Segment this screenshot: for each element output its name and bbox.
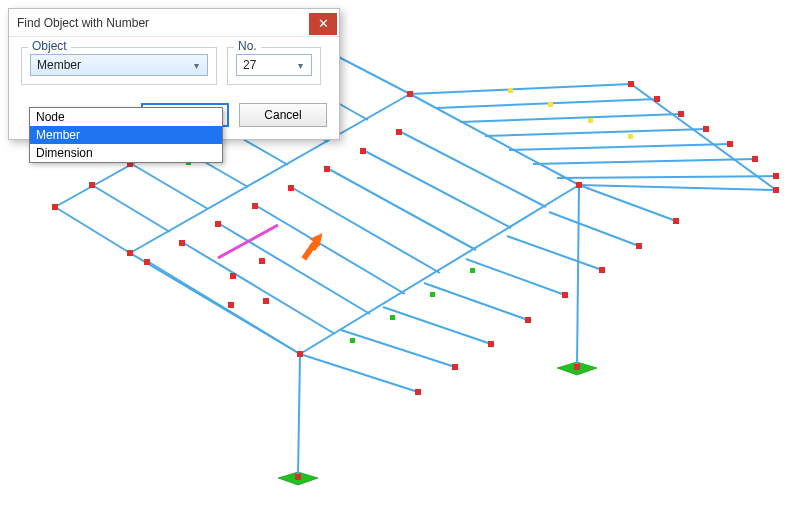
svg-rect-93 [228,302,234,308]
svg-line-9 [92,185,170,232]
svg-rect-67 [773,173,779,179]
svg-rect-94 [263,298,269,304]
svg-rect-49 [350,338,355,343]
svg-marker-95 [302,242,317,261]
svg-rect-66 [752,156,758,162]
number-combo[interactable]: 27 ▾ [236,54,312,76]
svg-line-21 [533,159,755,164]
close-icon: ✕ [318,17,329,30]
svg-rect-81 [562,292,568,298]
svg-rect-65 [727,141,733,147]
object-option-node[interactable]: Node [30,108,222,126]
svg-line-6 [410,94,579,185]
svg-line-32 [363,150,511,228]
highlight-arrow-icon [300,233,330,263]
svg-rect-74 [324,166,330,172]
svg-rect-61 [628,81,634,87]
object-option-dimension[interactable]: Dimension [30,144,222,162]
svg-rect-53 [52,204,58,210]
svg-line-16 [410,84,631,94]
svg-rect-68 [773,187,779,193]
object-combo-value: Member [37,58,189,72]
svg-rect-92 [230,273,236,279]
svg-rect-48 [628,134,633,139]
svg-rect-83 [636,243,642,249]
close-button[interactable]: ✕ [309,13,337,35]
svg-line-8 [55,207,130,253]
svg-marker-96 [310,233,323,247]
svg-line-36 [341,330,455,367]
svg-rect-75 [360,148,366,154]
svg-line-19 [485,129,706,136]
svg-rect-91 [259,258,265,264]
svg-line-23 [579,185,776,190]
svg-rect-72 [252,203,258,209]
chevron-down-icon: ▾ [189,60,203,71]
svg-line-17 [436,99,657,108]
svg-line-37 [383,307,491,344]
svg-line-18 [460,114,681,122]
svg-line-3 [577,185,579,367]
svg-rect-82 [599,267,605,273]
svg-line-22 [557,176,779,178]
object-group: Object Member ▾ [21,47,217,85]
svg-rect-97 [309,240,320,251]
svg-marker-0 [278,472,318,485]
svg-line-20 [509,144,730,150]
chevron-down-icon: ▾ [293,60,307,71]
number-group: No. 27 ▾ [227,47,321,85]
svg-rect-78 [452,364,458,370]
find-object-dialog: Find Object with Number ✕ Object Member … [8,8,340,140]
svg-line-26 [147,261,300,354]
svg-marker-1 [557,362,597,375]
svg-rect-90 [574,364,580,370]
svg-line-38 [424,283,528,320]
svg-rect-86 [407,91,413,97]
svg-line-30 [291,187,440,273]
dialog-titlebar[interactable]: Find Object with Number ✕ [9,9,339,37]
svg-line-33 [399,131,546,207]
object-combo[interactable]: Member ▾ [30,54,208,76]
svg-rect-85 [127,250,133,256]
svg-rect-50 [390,315,395,320]
cancel-button[interactable]: Cancel [239,103,327,127]
svg-line-29 [255,205,405,294]
svg-rect-46 [548,102,553,107]
svg-rect-63 [678,111,684,117]
svg-rect-47 [588,118,593,123]
svg-rect-87 [297,351,303,357]
svg-rect-88 [576,182,582,188]
svg-rect-45 [508,88,513,93]
svg-line-2 [298,354,300,477]
svg-line-28 [218,223,370,314]
svg-line-41 [549,212,639,246]
svg-rect-70 [179,240,185,246]
svg-line-40 [507,236,602,270]
svg-line-7 [130,253,300,354]
object-dropdown[interactable]: Node Member Dimension [29,107,223,163]
svg-rect-77 [415,389,421,395]
svg-line-25 [631,84,776,190]
svg-line-34 [218,225,278,258]
svg-rect-69 [144,259,150,265]
svg-rect-80 [525,317,531,323]
svg-rect-84 [673,218,679,224]
svg-rect-64 [703,126,709,132]
svg-rect-71 [215,221,221,227]
svg-rect-54 [89,182,95,188]
svg-line-10 [130,163,208,209]
svg-rect-51 [430,292,435,297]
svg-line-5 [300,185,579,354]
dialog-title: Find Object with Number [17,16,309,30]
svg-line-15 [331,53,410,94]
svg-rect-52 [470,268,475,273]
svg-line-39 [466,259,565,295]
svg-line-31 [327,168,476,250]
svg-line-35 [300,354,418,392]
svg-line-42 [579,185,676,221]
svg-rect-62 [654,96,660,102]
object-group-label: Object [28,39,71,53]
number-group-label: No. [234,39,261,53]
object-option-member[interactable]: Member [30,126,222,144]
svg-line-27 [182,242,335,334]
